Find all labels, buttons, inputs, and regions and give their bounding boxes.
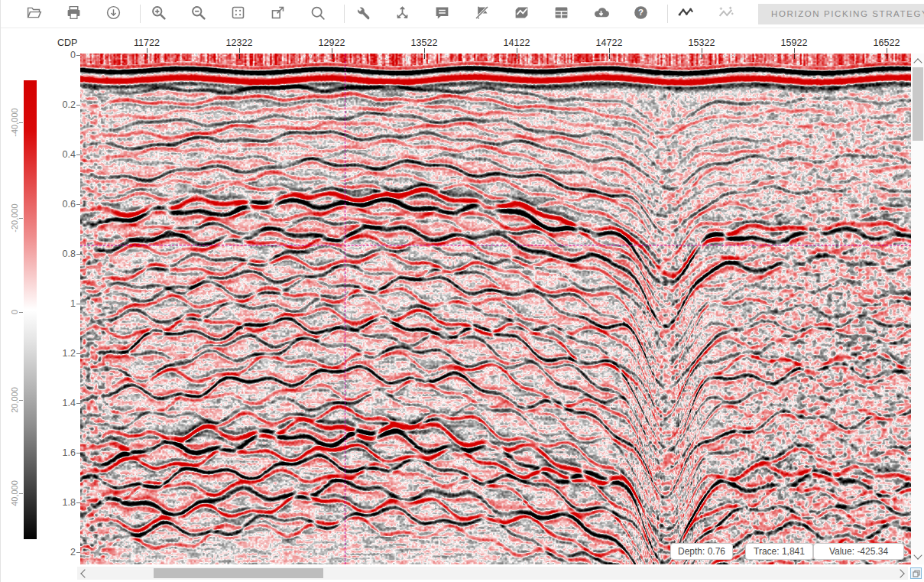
colorbar-tick-label: 20,000 bbox=[10, 377, 19, 423]
settings-wrench-button[interactable] bbox=[354, 5, 371, 22]
scroll-left-arrow-icon[interactable] bbox=[80, 569, 89, 577]
zoom-in-button[interactable] bbox=[150, 5, 167, 22]
comments-button[interactable] bbox=[433, 5, 450, 22]
vertical-scrollbar-thumb[interactable] bbox=[913, 67, 923, 141]
help-icon: ? bbox=[633, 5, 649, 24]
depth-readout: Depth: 0.76 bbox=[670, 543, 733, 560]
cdp-tick bbox=[147, 48, 148, 53]
depth-tick-label: 0 bbox=[50, 50, 76, 60]
cdp-tick-label: 12922 bbox=[319, 37, 345, 48]
area-chart-button[interactable] bbox=[513, 5, 530, 22]
search-icon bbox=[310, 5, 326, 24]
toolbar-divider bbox=[140, 5, 141, 23]
cdp-tick-label: 12322 bbox=[226, 37, 253, 48]
cdp-tick-label: 13522 bbox=[411, 37, 438, 48]
cdp-tick bbox=[517, 48, 517, 53]
depth-tick-label: 1.8 bbox=[50, 497, 76, 508]
cdp-tick-label: 15922 bbox=[781, 37, 808, 48]
scroll-right-arrow-icon[interactable] bbox=[896, 569, 904, 577]
cdp-tick bbox=[609, 48, 610, 53]
depth-tick-label: 1.6 bbox=[50, 447, 76, 458]
colorbar-tick bbox=[19, 493, 23, 494]
auto-pick-horizon-button[interactable] bbox=[717, 5, 734, 22]
cdp-tick bbox=[887, 48, 887, 53]
cdp-tick bbox=[424, 48, 425, 53]
open-folder-button[interactable] bbox=[25, 5, 42, 22]
colorbar-tick bbox=[19, 312, 23, 313]
table-icon bbox=[553, 5, 569, 24]
toolbar-divider bbox=[344, 5, 345, 23]
depth-tick-label: 1.2 bbox=[50, 348, 76, 359]
cdp-tick-label: 14722 bbox=[596, 37, 623, 48]
flag-slash-icon bbox=[474, 5, 490, 24]
depth-tick-label: 1 bbox=[50, 298, 76, 309]
colorbar-tick-label: -40,000 bbox=[10, 99, 19, 145]
help-button[interactable]: ? bbox=[632, 5, 649, 22]
zoom-out-icon bbox=[190, 5, 206, 24]
toolbar: ? HORIZON PICKING STRATEGY bbox=[1, 0, 924, 28]
cdp-tick bbox=[332, 48, 332, 53]
cdp-tick-label: 16522 bbox=[874, 37, 900, 48]
depth-tick-label: 0.2 bbox=[50, 99, 76, 110]
fit-view-button[interactable] bbox=[229, 5, 246, 22]
polyline-icon bbox=[678, 5, 694, 24]
amplitude-colorbar bbox=[24, 80, 37, 539]
colorbar-tick-label: 40,000 bbox=[10, 470, 19, 516]
zoom-in-icon bbox=[151, 5, 167, 24]
colorbar-tick-label: -20,000 bbox=[10, 195, 19, 241]
wrench-icon bbox=[355, 5, 371, 24]
trace-readout: Trace: 1,841 bbox=[745, 543, 813, 560]
horizontal-scrollbar-thumb[interactable] bbox=[154, 568, 323, 578]
hide-flags-button[interactable] bbox=[473, 5, 490, 22]
colorbar-tick bbox=[19, 122, 23, 123]
axes-move-button[interactable] bbox=[394, 5, 410, 22]
depth-tick-label: 0.4 bbox=[50, 149, 76, 160]
cdp-tick bbox=[239, 48, 240, 53]
depth-tick-label: 1.4 bbox=[50, 398, 76, 408]
cloud-download-icon bbox=[593, 5, 609, 24]
colorbar-tick bbox=[19, 218, 23, 219]
value-readout: Value: -425.34 bbox=[813, 543, 904, 560]
horizon-picking-strategy-button[interactable]: HORIZON PICKING STRATEGY bbox=[758, 4, 924, 24]
download-circle-icon bbox=[105, 5, 122, 24]
scroll-up-arrow-icon[interactable] bbox=[913, 58, 922, 67]
zoom-out-button[interactable] bbox=[190, 5, 206, 22]
cdp-tick bbox=[794, 48, 795, 53]
open-external-icon bbox=[270, 5, 286, 24]
restore-view-button[interactable] bbox=[910, 567, 922, 579]
fit-view-icon bbox=[230, 5, 246, 24]
comments-icon bbox=[434, 5, 450, 24]
svg-text:?: ? bbox=[638, 8, 644, 17]
axes-move-icon bbox=[394, 5, 410, 24]
download-button[interactable] bbox=[105, 5, 122, 22]
cdp-tick bbox=[702, 48, 702, 53]
seismic-section[interactable] bbox=[80, 54, 911, 564]
horizontal-scrollbar[interactable] bbox=[77, 567, 908, 580]
scroll-down-arrow-icon[interactable] bbox=[913, 551, 922, 559]
toolbar-divider bbox=[667, 5, 668, 23]
vertical-scrollbar[interactable] bbox=[911, 54, 924, 564]
depth-tick-label: 0.6 bbox=[50, 199, 76, 210]
depth-tick-label: 0.8 bbox=[50, 249, 76, 259]
pick-horizon-button[interactable] bbox=[677, 5, 694, 22]
print-icon bbox=[66, 5, 82, 24]
cdp-tick-label: 11722 bbox=[134, 37, 160, 48]
cdp-axis-title: CDP bbox=[57, 37, 77, 48]
print-button[interactable] bbox=[65, 5, 82, 22]
area-chart-icon bbox=[514, 5, 530, 24]
cdp-tick-label: 15322 bbox=[689, 37, 715, 48]
depth-tick-label: 2 bbox=[50, 547, 76, 558]
colorbar-tick-label: 0 bbox=[10, 289, 19, 335]
polyline-sparkle-icon bbox=[718, 5, 734, 24]
data-table-button[interactable] bbox=[553, 5, 569, 22]
search-button[interactable] bbox=[309, 5, 326, 22]
colorbar-tick bbox=[19, 400, 23, 401]
open-external-button[interactable] bbox=[269, 5, 286, 22]
cloud-download-button[interactable] bbox=[592, 5, 609, 22]
cdp-tick-label: 14122 bbox=[504, 37, 530, 48]
open-folder-icon bbox=[26, 5, 42, 24]
